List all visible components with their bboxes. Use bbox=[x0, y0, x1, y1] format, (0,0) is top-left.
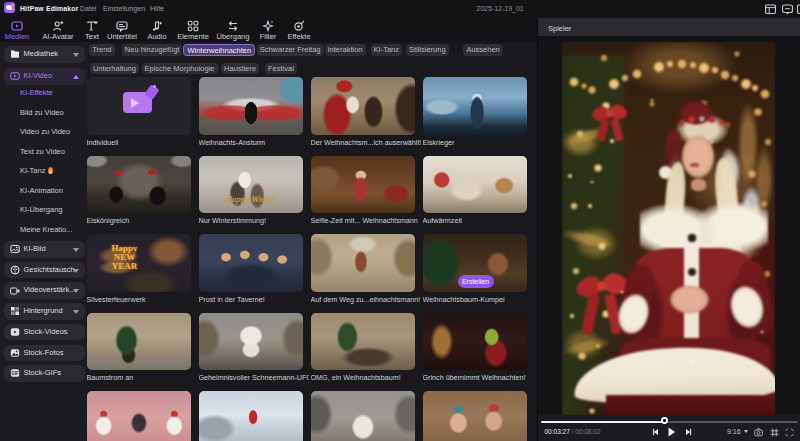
svg-text:GIF: GIF bbox=[11, 371, 19, 376]
